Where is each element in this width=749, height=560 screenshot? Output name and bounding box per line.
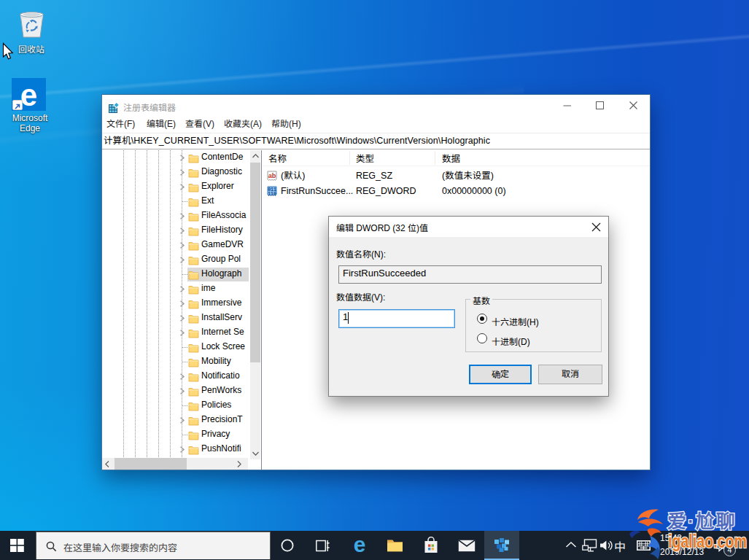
- svg-text:igaliao.com: igaliao.com: [668, 531, 747, 551]
- svg-text:爱·尬聊: 爱·尬聊: [667, 506, 737, 533]
- svg-text:ab: ab: [268, 172, 276, 179]
- svg-text:e: e: [20, 78, 37, 111]
- svg-text:e: e: [354, 535, 366, 556]
- svg-text:110: 110: [268, 192, 276, 197]
